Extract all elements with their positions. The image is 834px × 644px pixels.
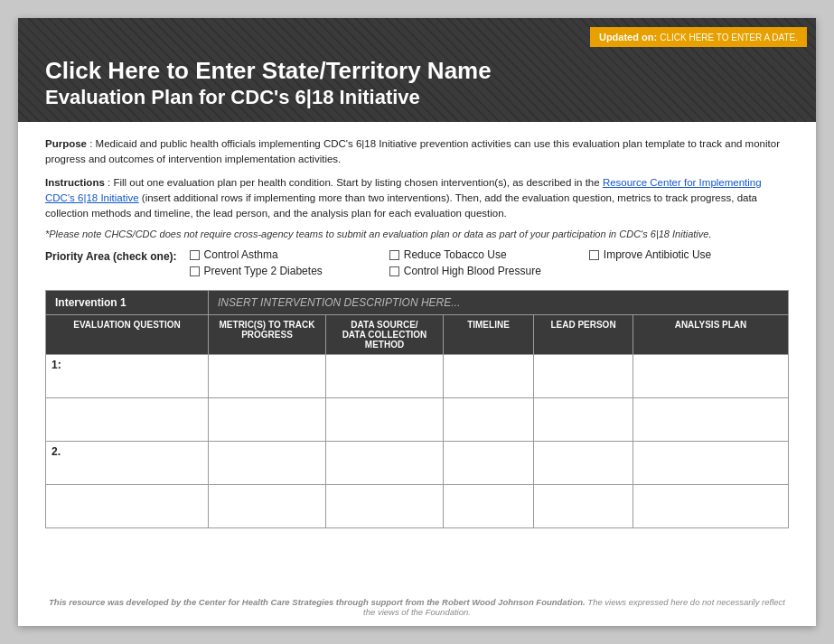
row2b-lead[interactable] bbox=[534, 485, 633, 528]
checkbox-asthma[interactable]: Control Asthma bbox=[190, 248, 389, 261]
row2-lead[interactable] bbox=[534, 442, 633, 485]
row1b-datasource[interactable] bbox=[326, 398, 444, 442]
header-title: Click Here to Enter State/Territory Name… bbox=[45, 57, 492, 109]
row2-datasource[interactable] bbox=[326, 442, 444, 485]
updated-badge: Updated on: CLICK HERE TO ENTER A DATE. bbox=[590, 27, 807, 47]
intervention-description[interactable]: INSERT INTERVENTION DESCRIPTION HERE... bbox=[209, 291, 789, 315]
row1-eval[interactable]: 1: bbox=[46, 355, 209, 398]
col-header-datasource: DATA SOURCE/DATA COLLECTION METHOD bbox=[326, 315, 444, 355]
col-header-metrics: METRIC(S) TO TRACKPROGRESS bbox=[209, 315, 326, 355]
row2-num: 2. bbox=[52, 445, 61, 458]
instructions-text2: (insert additional rows if implementing … bbox=[45, 192, 757, 219]
checkboxes-grid: Control Asthma Reduce Tobacco Use Improv… bbox=[190, 248, 789, 277]
intervention-title: Intervention 1 bbox=[46, 291, 209, 315]
checkbox-asthma-box[interactable] bbox=[190, 250, 200, 260]
intervention-header-row: Intervention 1 INSERT INTERVENTION DESCR… bbox=[46, 291, 789, 315]
col-header-eval: EVALUATION QUESTION bbox=[46, 315, 209, 355]
row2b-datasource[interactable] bbox=[326, 485, 444, 528]
purpose-text: : Medicaid and public health officials i… bbox=[45, 138, 780, 164]
row2-analysis[interactable] bbox=[633, 442, 789, 485]
page: Updated on: CLICK HERE TO ENTER A DATE. … bbox=[18, 18, 816, 626]
row2-timeline[interactable] bbox=[444, 442, 534, 485]
row2b-eval[interactable] bbox=[46, 485, 209, 528]
purpose-paragraph: Purpose : Medicaid and public health off… bbox=[45, 136, 789, 168]
row2-metrics[interactable] bbox=[209, 442, 326, 485]
checkbox-bloodpressure[interactable]: Control High Blood Pressure bbox=[389, 265, 589, 277]
instructions-paragraph: Instructions : Fill out one evaluation p… bbox=[45, 175, 789, 222]
checkbox-diabetes[interactable]: Prevent Type 2 Diabetes bbox=[190, 265, 389, 277]
footer: This resource was developed by the Cente… bbox=[45, 597, 789, 617]
priority-area: Priority Area (check one): Control Asthm… bbox=[45, 248, 789, 277]
checkbox-bloodpressure-label: Control High Blood Pressure bbox=[404, 265, 541, 277]
row1b-lead[interactable] bbox=[534, 398, 633, 442]
table-row: 1: bbox=[46, 355, 789, 398]
updated-value: CLICK HERE TO ENTER A DATE. bbox=[660, 33, 798, 42]
updated-label: Updated on: bbox=[599, 32, 657, 42]
checkbox-diabetes-label: Prevent Type 2 Diabetes bbox=[204, 265, 323, 277]
checkbox-antibiotic[interactable]: Improve Antibiotic Use bbox=[589, 248, 789, 261]
row1b-metrics[interactable] bbox=[209, 398, 326, 442]
col-header-timeline: TIMELINE bbox=[444, 315, 534, 355]
content-area: Purpose : Medicaid and public health off… bbox=[18, 122, 816, 546]
col-header-row: EVALUATION QUESTION METRIC(S) TO TRACKPR… bbox=[46, 315, 789, 355]
row1-analysis[interactable] bbox=[633, 355, 789, 398]
checkbox-antibiotic-box[interactable] bbox=[589, 250, 599, 260]
checkbox-tobacco[interactable]: Reduce Tobacco Use bbox=[389, 248, 589, 261]
checkbox-bloodpressure-box[interactable] bbox=[389, 266, 399, 276]
row1-lead[interactable] bbox=[534, 355, 633, 398]
checkbox-antibiotic-label: Improve Antibiotic Use bbox=[604, 248, 711, 261]
intervention-table: Intervention 1 INSERT INTERVENTION DESCR… bbox=[45, 290, 789, 528]
table-row bbox=[46, 398, 789, 442]
table-row: 2. bbox=[46, 442, 789, 485]
row1-metrics[interactable] bbox=[209, 355, 326, 398]
header-line2: Evaluation Plan for CDC's 6|18 Initiativ… bbox=[45, 86, 492, 109]
italic-note: *Please note CHCS/CDC does not require c… bbox=[45, 229, 789, 239]
col-header-analysis: ANALYSIS PLAN bbox=[633, 315, 789, 355]
row1b-timeline[interactable] bbox=[444, 398, 534, 442]
row2-eval[interactable]: 2. bbox=[46, 442, 209, 485]
purpose-label: Purpose bbox=[45, 138, 87, 149]
checkbox-diabetes-box[interactable] bbox=[190, 266, 200, 276]
row1-timeline[interactable] bbox=[444, 355, 534, 398]
footer-bold: This resource was developed by the Cente… bbox=[49, 597, 586, 607]
checkbox-tobacco-label: Reduce Tobacco Use bbox=[404, 248, 507, 261]
checkbox-asthma-label: Control Asthma bbox=[204, 248, 278, 261]
row1-num: 1: bbox=[52, 359, 61, 371]
header-banner: Updated on: CLICK HERE TO ENTER A DATE. … bbox=[18, 18, 816, 122]
header-line1: Click Here to Enter State/Territory Name bbox=[45, 57, 492, 85]
table-row bbox=[46, 485, 789, 528]
row1-datasource[interactable] bbox=[326, 355, 444, 398]
checkbox-tobacco-box[interactable] bbox=[389, 250, 399, 260]
row1b-eval[interactable] bbox=[46, 398, 209, 442]
col-header-lead: LEAD PERSON bbox=[534, 315, 633, 355]
row2b-analysis[interactable] bbox=[633, 485, 789, 528]
row2b-metrics[interactable] bbox=[209, 485, 326, 528]
row2b-timeline[interactable] bbox=[444, 485, 534, 528]
instructions-label: Instructions bbox=[45, 177, 105, 188]
row1b-analysis[interactable] bbox=[633, 398, 789, 442]
priority-label: Priority Area (check one): bbox=[45, 248, 177, 263]
instructions-text: : Fill out one evaluation plan per healt… bbox=[108, 177, 603, 188]
